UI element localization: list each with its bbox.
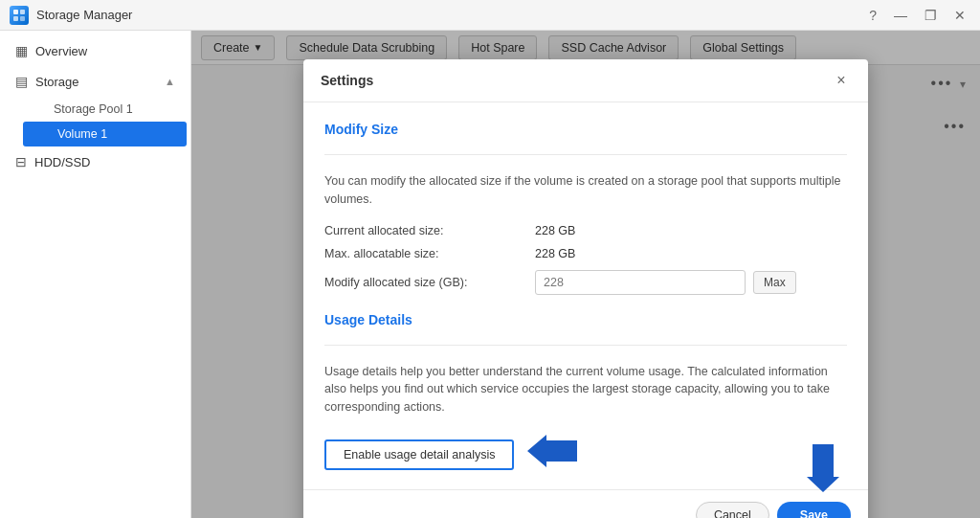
arrow-down-annotation: [805, 442, 841, 495]
modify-allocated-row: Modify allocated size (GB): Max: [324, 270, 847, 295]
modify-allocated-input-group: Max: [535, 270, 796, 295]
sidebar-item-storage-pool[interactable]: Storage Pool 1: [19, 97, 190, 122]
max-allocatable-label: Max. allocatable size:: [324, 247, 535, 260]
help-button[interactable]: ?: [864, 6, 881, 25]
svg-rect-2: [13, 16, 18, 21]
svg-marker-4: [527, 435, 577, 467]
titlebar: Storage Manager ? — ❐ ✕: [0, 0, 980, 31]
current-allocated-row: Current allocated size: 228 GB: [324, 224, 847, 237]
sidebar-group-storage[interactable]: ▤ Storage ▲: [0, 66, 190, 97]
modal-body: Modify Size You can modify the allocated…: [303, 102, 868, 489]
modal-footer: Cancel Save: [303, 489, 868, 518]
hdd-icon: ⊟: [15, 154, 27, 169]
sidebar-storage-pool-label: Storage Pool 1: [54, 102, 133, 116]
section-divider-2: [324, 345, 847, 346]
usage-details-heading: Usage Details: [324, 312, 847, 327]
app-icon: [10, 6, 29, 25]
sidebar: ▦ Overview ▤ Storage ▲ Storage Pool 1 Vo…: [0, 31, 191, 518]
max-button[interactable]: Max: [753, 271, 796, 294]
svg-rect-3: [20, 16, 25, 21]
svg-rect-1: [20, 10, 25, 14]
modify-size-desc: You can modify the allocated size if the…: [324, 172, 847, 209]
overview-icon: ▦: [15, 43, 28, 58]
modal-close-button[interactable]: ×: [832, 71, 851, 90]
sidebar-storage-label: Storage: [35, 75, 79, 89]
current-allocated-value: 228 GB: [535, 224, 575, 237]
sidebar-volume-label: Volume 1: [57, 127, 107, 141]
arrow-left-annotation: [525, 433, 578, 469]
current-allocated-label: Current allocated size:: [324, 224, 535, 237]
modal-overlay: Settings × Modify Size You can modify th…: [191, 31, 980, 518]
sidebar-item-volume[interactable]: Volume 1: [23, 122, 187, 146]
titlebar-left: Storage Manager: [10, 6, 132, 25]
enable-usage-detail-button[interactable]: Enable usage detail analysis: [324, 439, 514, 470]
storage-icon: ▤: [15, 74, 28, 89]
settings-dialog: Settings × Modify Size You can modify th…: [303, 59, 868, 518]
modify-allocated-input[interactable]: [535, 270, 746, 295]
sidebar-storage-sub: Storage Pool 1 Volume 1: [0, 97, 190, 146]
svg-marker-5: [807, 444, 839, 492]
modal-title: Settings: [321, 73, 373, 88]
section-divider-1: [324, 154, 847, 155]
save-button[interactable]: Save: [777, 502, 851, 518]
modify-allocated-label: Modify allocated size (GB):: [324, 276, 535, 289]
app-layout: ▦ Overview ▤ Storage ▲ Storage Pool 1 Vo…: [0, 31, 980, 518]
window-controls: ? — ❐ ✕: [864, 6, 970, 25]
main-content: Create ▼ Schedule Data Scrubbing Hot Spa…: [191, 31, 980, 518]
modal-header: Settings ×: [303, 59, 868, 102]
modify-size-heading: Modify Size: [324, 122, 847, 137]
minimize-button[interactable]: —: [889, 6, 912, 25]
enable-section: Enable usage detail analysis: [324, 432, 847, 470]
max-allocatable-value: 228 GB: [535, 247, 575, 260]
sidebar-item-hdd[interactable]: ⊟ HDD/SSD: [0, 146, 190, 177]
close-button[interactable]: ✕: [949, 6, 970, 25]
chevron-up-icon: ▲: [165, 76, 175, 87]
cancel-button[interactable]: Cancel: [696, 502, 769, 518]
app-title: Storage Manager: [36, 8, 132, 22]
maximize-button[interactable]: ❐: [920, 6, 942, 25]
svg-rect-0: [13, 10, 18, 14]
sidebar-hdd-label: HDD/SSD: [34, 155, 91, 169]
sidebar-item-overview[interactable]: ▦ Overview: [0, 35, 190, 66]
max-allocatable-row: Max. allocatable size: 228 GB: [324, 247, 847, 260]
storage-group-inner: ▤ Storage: [15, 74, 79, 89]
usage-details-desc: Usage details help you better understand…: [324, 363, 847, 417]
sidebar-item-overview-label: Overview: [35, 44, 87, 58]
